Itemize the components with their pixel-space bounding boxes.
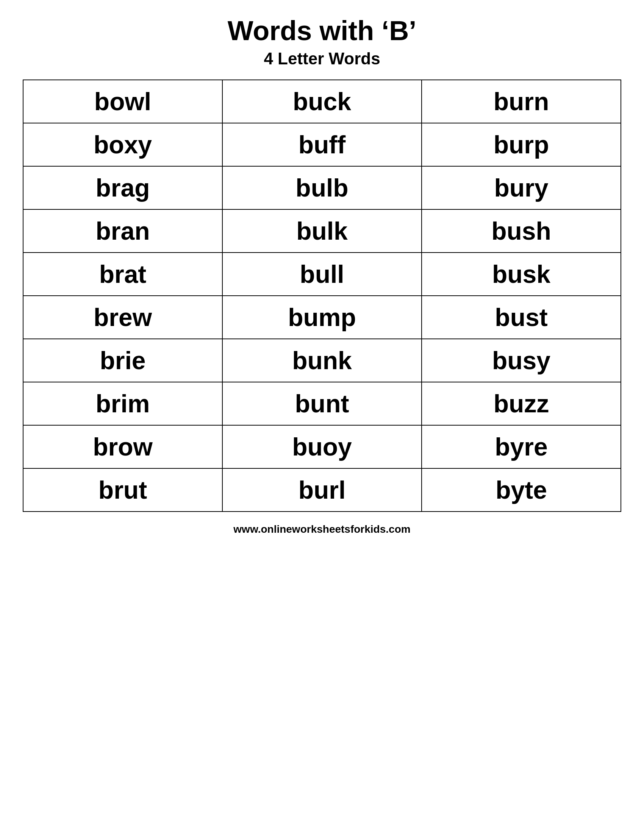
word-cell: buff [222, 123, 422, 166]
word-cell: bunt [222, 382, 422, 425]
word-cell: busy [422, 339, 621, 382]
word-cell: boxy [23, 123, 222, 166]
table-row: bowlbuckburn [23, 80, 621, 123]
word-cell: brut [23, 468, 222, 511]
word-cell: bury [422, 166, 621, 209]
word-cell: brat [23, 252, 222, 296]
word-cell: bran [23, 209, 222, 252]
page-title: Words with ‘B’ [228, 15, 417, 46]
footer-url: www.onlineworksheetsforkids.com [233, 523, 410, 536]
word-cell: bunk [222, 339, 422, 382]
word-cell: brew [23, 296, 222, 339]
word-cell: brow [23, 425, 222, 468]
word-cell: bulb [222, 166, 422, 209]
word-cell: bowl [23, 80, 222, 123]
table-row: boxybuffburp [23, 123, 621, 166]
table-row: browbuoybyre [23, 425, 621, 468]
table-row: bragbulbbury [23, 166, 621, 209]
word-cell: burl [222, 468, 422, 511]
word-table: bowlbuckburnboxybuffburpbragbulbburybran… [23, 79, 621, 512]
table-row: briebunkbusy [23, 339, 621, 382]
word-cell: brie [23, 339, 222, 382]
table-row: brutburlbyte [23, 468, 621, 511]
word-cell: buoy [222, 425, 422, 468]
word-cell: bulk [222, 209, 422, 252]
word-cell: byte [422, 468, 621, 511]
word-cell: busk [422, 252, 621, 296]
table-wrapper: bowlbuckburnboxybuffburpbragbulbburybran… [23, 79, 621, 512]
page-subtitle: 4 Letter Words [264, 49, 380, 68]
word-cell: buck [222, 80, 422, 123]
table-row: brimbuntbuzz [23, 382, 621, 425]
word-cell: byre [422, 425, 621, 468]
table-row: brewbumpbust [23, 296, 621, 339]
word-cell: burn [422, 80, 621, 123]
table-row: branbulkbush [23, 209, 621, 252]
table-row: bratbullbusk [23, 252, 621, 296]
word-cell: brag [23, 166, 222, 209]
word-cell: bush [422, 209, 621, 252]
word-cell: bump [222, 296, 422, 339]
word-cell: brim [23, 382, 222, 425]
word-cell: bull [222, 252, 422, 296]
word-cell: bust [422, 296, 621, 339]
word-cell: burp [422, 123, 621, 166]
word-cell: buzz [422, 382, 621, 425]
